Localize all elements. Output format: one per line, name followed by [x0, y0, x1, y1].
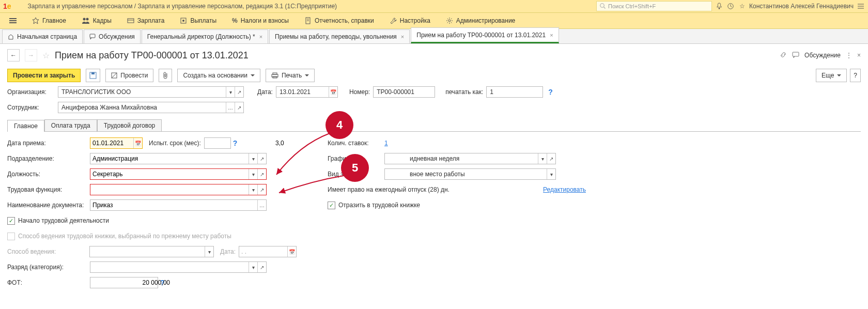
employee-input[interactable]: …↗ [58, 102, 244, 113]
open-icon[interactable]: ↗ [235, 102, 243, 113]
close-icon[interactable]: × [550, 32, 553, 38]
svg-point-17 [448, 20, 451, 22]
hamburger-icon[interactable] [14, 2, 23, 10]
innertab-contract[interactable]: Трудовой договор [97, 119, 162, 131]
save-button[interactable] [86, 69, 100, 82]
main-menu: Главное Кадры Зарплата Выплаты %Налоги и… [0, 13, 868, 29]
search-icon [600, 3, 606, 9]
svg-rect-24 [273, 73, 277, 74]
menu-reports[interactable]: Отчетность, справки [297, 13, 381, 28]
print-button[interactable]: Печать [266, 69, 315, 82]
menu-staff[interactable]: Кадры [74, 13, 119, 28]
org-input[interactable]: ▾↗ [58, 86, 244, 98]
menu-payouts[interactable]: Выплаты [173, 13, 224, 28]
calendar-icon[interactable]: 📅 [133, 138, 142, 148]
discuss-icon[interactable] [792, 51, 799, 60]
back-button[interactable]: ← [7, 49, 20, 61]
trial-input[interactable] [204, 137, 231, 149]
menu-bars-icon[interactable] [857, 2, 865, 10]
date-input[interactable]: 📅 [276, 86, 338, 98]
dropdown-icon[interactable]: ▾ [547, 169, 555, 179]
dropdown-icon: ▾ [205, 246, 213, 257]
dropdown-icon[interactable]: ▾ [538, 153, 547, 164]
innertab-main[interactable]: Главное [7, 120, 44, 132]
open-icon[interactable]: ↗ [257, 153, 266, 164]
commit-close-button[interactable]: Провести и закрыть [7, 69, 81, 82]
form-row-org: Организация: ▾↗ Дата: 📅 Номер: печатать … [0, 84, 868, 100]
open-icon[interactable]: ↗ [547, 153, 555, 164]
form-row-employee: Сотрудник: …↗ [0, 100, 868, 115]
user-name[interactable]: Константинов Алексей Геннадиевич [749, 3, 854, 10]
svg-point-9 [86, 18, 88, 21]
star-icon[interactable]: ☆ [738, 2, 746, 10]
position-label: Должность: [7, 171, 90, 178]
innertab-pay[interactable]: Оплата труда [44, 119, 97, 131]
method-date-label: Дата: [220, 248, 236, 255]
menu-settings[interactable]: Настройка [382, 13, 438, 28]
close-icon[interactable]: × [401, 34, 404, 40]
menu-admin[interactable]: Администрирование [439, 13, 522, 28]
open-icon[interactable]: ↗ [257, 184, 266, 195]
bell-icon[interactable] [715, 2, 723, 10]
function-label: Трудовая функция: [7, 186, 90, 193]
open-icon[interactable]: ↗ [235, 87, 243, 97]
dropdown-icon[interactable]: ▾ [226, 87, 235, 97]
more-button[interactable]: Еще [816, 69, 847, 82]
grade-input[interactable]: ▾↗ [90, 261, 267, 273]
kebab-icon[interactable]: ⋮ [846, 52, 852, 59]
method-date-input: 📅 [239, 246, 297, 257]
start-activity-checkbox[interactable]: ✓Начало трудовой деятельности [7, 214, 297, 227]
favorite-star-icon[interactable]: ☆ [42, 51, 50, 60]
history-icon[interactable] [726, 2, 735, 10]
close-icon[interactable]: × [259, 34, 262, 40]
close-page-icon[interactable]: × [857, 52, 861, 59]
people-icon [82, 17, 90, 24]
menu-main[interactable]: Главное [25, 13, 73, 28]
attach-button[interactable] [159, 69, 172, 82]
workbook-checkbox[interactable]: ✓Отразить в трудовой книжке [328, 199, 586, 211]
fot-input[interactable] [90, 277, 158, 288]
dots-icon[interactable]: … [226, 102, 235, 113]
menu-burger[interactable] [2, 13, 24, 28]
payouts-icon [180, 17, 187, 24]
dots-icon[interactable]: … [257, 200, 266, 210]
schedule-input[interactable]: идневная неделя ▾↗ [384, 153, 556, 164]
menu-salary[interactable]: Зарплата [120, 13, 172, 28]
tab-hiring[interactable]: Приемы на работу, переводы, увольнения× [269, 29, 410, 43]
form-col-left: Дата приема: 📅 Испыт. срок (мес): ? Подр… [7, 137, 297, 289]
svg-point-8 [83, 18, 85, 21]
emp-type-input[interactable]: вное место работы ▾ [384, 168, 556, 180]
date-hire-input[interactable]: 📅 [90, 137, 143, 149]
open-icon[interactable]: ↗ [257, 169, 266, 179]
link-icon[interactable] [780, 51, 787, 60]
open-icon[interactable]: ↗ [257, 262, 266, 272]
dropdown-icon[interactable]: ▾ [249, 262, 257, 272]
help-button[interactable]: ? [850, 69, 861, 82]
search-input[interactable]: Поиск Ctrl+Shift+F [596, 1, 712, 11]
number-input[interactable] [373, 86, 435, 98]
function-input[interactable]: ▾↗ [90, 184, 267, 195]
logo-1c: 1e [3, 2, 11, 10]
dropdown-icon[interactable]: ▾ [249, 153, 257, 164]
forward-button[interactable]: → [25, 49, 37, 61]
svg-line-1 [604, 7, 606, 9]
arrow-5 [271, 173, 349, 199]
tab-gendir[interactable]: Генеральный директор (Должность) *× [142, 29, 268, 43]
discuss-label[interactable]: Обсуждение [804, 52, 841, 59]
dropdown-icon[interactable]: ▾ [249, 169, 257, 179]
create-based-button[interactable]: Создать на основании [177, 69, 260, 82]
tab-discuss[interactable]: Обсуждения [84, 29, 141, 43]
calendar-icon[interactable]: 📅 [329, 87, 337, 97]
commit-button[interactable]: Провести [105, 69, 153, 82]
menu-taxes[interactable]: %Налоги и взносы [225, 13, 296, 28]
tab-doc[interactable]: Прием на работу ТР00-000001 от 13.01.202… [411, 27, 559, 43]
stake-link[interactable]: 1 [384, 140, 388, 147]
docname-input[interactable]: … [90, 199, 267, 211]
dept-input[interactable]: ▾↗ [90, 153, 267, 164]
print-as-input[interactable] [486, 86, 543, 98]
dropdown-icon[interactable]: ▾ [249, 184, 257, 195]
edit-link[interactable]: Редактировать [543, 186, 586, 193]
tab-home[interactable]: Начальная страница [2, 29, 83, 43]
position-input[interactable]: ▾↗ [90, 168, 267, 180]
method-input: ▾ [89, 246, 214, 257]
